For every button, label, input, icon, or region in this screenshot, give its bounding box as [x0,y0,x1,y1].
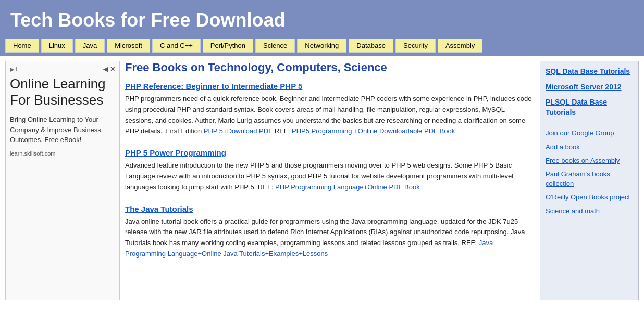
ad-top-bar: ▶ i ◀ ✕ [10,66,115,73]
nav-item-microsoft[interactable]: Microsoft [107,39,150,53]
rs-sub-link-free-assembly[interactable]: Free books on Assembly [546,156,633,165]
ad-close-icon[interactable]: ✕ [110,66,115,73]
nav-list: HomeLinuxJavaMicrosoftC and C++Perl/Pyth… [0,39,644,53]
rs-sub-link-google-group[interactable]: Join our Google Group [546,129,633,138]
book-link-0-0[interactable]: PHP 5+Download PDF [204,127,273,135]
books-list: PHP Reference: Beginner to Intermediate … [125,82,535,260]
rs-divider [546,123,633,123]
rs-main-link-sql-db[interactable]: SQL Data Base Tutorials [546,67,633,77]
book-desc-0: PHP programmers need of a quick referenc… [125,94,535,137]
rs-sub-link-science-math[interactable]: Science and math [546,207,633,216]
book-section: PHP Reference: Beginner to Intermediate … [125,82,535,137]
book-title-0[interactable]: PHP Reference: Beginner to Intermediate … [125,82,535,91]
nav-item-c-cpp[interactable]: C and C++ [152,39,201,53]
nav-item-science[interactable]: Science [255,39,295,53]
book-desc-2: Java online tutorial book offers a pract… [125,216,535,260]
book-section: PHP 5 Power ProgrammingAdvanced feature … [125,148,535,193]
content-area: Free Books on Technology, Computers, Sci… [125,61,535,300]
ad-footer: learn.skillsoft.com [10,150,115,157]
nav-item-database[interactable]: Database [349,39,393,53]
ad-back-icon[interactable]: ◀ [103,66,108,73]
nav-item-home[interactable]: Home [5,39,39,53]
left-sidebar: ▶ i ◀ ✕ Online Learning For Businesses B… [5,61,120,300]
rs-main-links: SQL Data Base TutorialsMicrosoft Server … [546,67,633,118]
ad-controls: ◀ ✕ [103,66,115,73]
ad-headline: Online Learning For Businesses [10,76,115,108]
rs-sub-link-oreilly[interactable]: O'Reilly Open Books project [546,193,633,202]
right-sidebar: SQL Data Base TutorialsMicrosoft Server … [540,61,639,300]
rs-sub-link-add-book[interactable]: Add a book [546,143,633,152]
book-title-1[interactable]: PHP 5 Power Programming [125,148,535,157]
nav-item-java[interactable]: Java [75,39,105,53]
rs-sub-link-paul-graham[interactable]: Paul Graham's books collection [546,170,633,188]
main-wrapper: ▶ i ◀ ✕ Online Learning For Businesses B… [0,56,644,305]
book-link-0-1[interactable]: PHP5 Programming +Online Downloadable PD… [292,127,455,135]
ad-box: ▶ i ◀ ✕ Online Learning For Businesses B… [5,61,120,300]
nav-item-assembly[interactable]: Assembly [438,39,482,53]
nav-item-security[interactable]: Security [395,39,436,53]
rs-sub-links: Join our Google GroupAdd a bookFree book… [546,129,633,215]
book-link-2-0[interactable]: Java Programming Language+Online Java Tu… [125,239,493,258]
ad-label: ▶ i [10,66,17,73]
book-link-1-0[interactable]: PHP Programming Language+Online PDF Book [275,183,420,191]
ad-body: Bring Online Learning to Your Company & … [10,114,115,145]
rs-main-link-plsql[interactable]: PLSQL Data Base Tutorials [546,97,633,118]
book-section: The Java TutorialsJava online tutorial b… [125,204,535,260]
rs-main-link-ms-server[interactable]: Microsoft Server 2012 [546,82,633,93]
nav-item-perl-python[interactable]: Perl/Python [203,39,253,53]
nav-item-networking[interactable]: Networking [297,39,346,53]
nav-item-linux[interactable]: Linux [41,39,73,53]
content-heading: Free Books on Technology, Computers, Sci… [125,61,535,74]
navigation: HomeLinuxJavaMicrosoftC and C++Perl/Pyth… [0,39,644,56]
page-header: Tech Books for Free Download [0,0,644,39]
book-title-2[interactable]: The Java Tutorials [125,204,535,213]
page-title: Tech Books for Free Download [10,9,634,31]
book-desc-1: Advanced feature introduction to the new… [125,160,535,193]
